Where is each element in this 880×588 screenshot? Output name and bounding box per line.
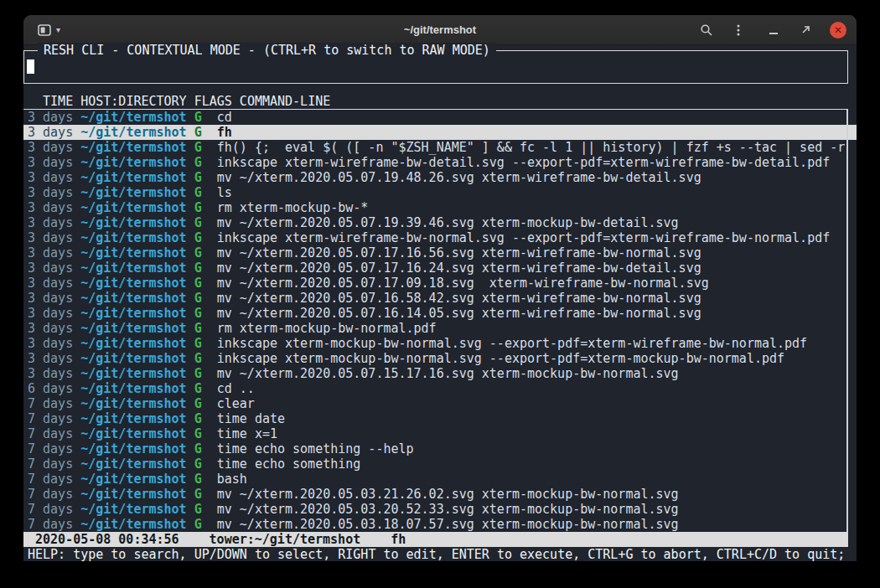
row-command: ls (217, 185, 857, 200)
titlebar[interactable]: ▾ ~/git/termshot (23, 15, 857, 45)
history-row[interactable]: 3 days ~/git/termshot G mv ~/xterm.2020.… (23, 245, 857, 260)
row-time: 3 days (28, 155, 80, 170)
row-command: mv ~/xterm.2020.05.03.18.07.57.svg xterm… (217, 517, 857, 532)
row-command: mv ~/xterm.2020.05.07.16.14.05.svg xterm… (217, 306, 857, 321)
row-directory: ~/git/termshot (80, 517, 194, 532)
row-directory: ~/git/termshot (80, 441, 194, 456)
history-row[interactable]: 6 days ~/git/termshot G cd .. (23, 381, 857, 396)
row-flag: G (194, 140, 217, 155)
history-row[interactable]: 3 days ~/git/termshot G mv ~/xterm.2020.… (23, 170, 857, 185)
restore-button[interactable] (798, 23, 813, 38)
history-row[interactable]: 3 days ~/git/termshot G cd (23, 110, 857, 125)
row-flag: G (194, 502, 217, 517)
row-directory: ~/git/termshot (80, 487, 194, 502)
row-directory: ~/git/termshot (80, 260, 194, 276)
row-command: mv ~/xterm.2020.05.07.19.48.26.svg xterm… (217, 170, 857, 185)
terminal-screen[interactable]: RESH CLI - CONTEXTUAL MODE - (CTRL+R to … (23, 45, 857, 561)
row-flag: G (194, 170, 217, 185)
history-row[interactable]: 3 days ~/git/termshot G fh() {; eval $( … (23, 140, 857, 155)
history-row[interactable]: 7 days ~/git/termshot G time echo someth… (23, 441, 857, 456)
scrollbar[interactable] (846, 110, 848, 533)
row-time: 3 days (28, 110, 80, 125)
row-time: 3 days (28, 276, 80, 291)
row-command: bash (217, 472, 857, 487)
history-row[interactable]: 3 days ~/git/termshot G mv ~/xterm.2020.… (23, 306, 857, 321)
history-row[interactable]: 3 days ~/git/termshot G mv ~/xterm.2020.… (23, 366, 857, 381)
row-directory: ~/git/termshot (80, 351, 194, 366)
row-directory: ~/git/termshot (80, 200, 194, 215)
row-time: 7 days (28, 456, 80, 472)
row-flag: G (194, 351, 217, 366)
row-directory: ~/git/termshot (80, 426, 194, 441)
row-command: clear (217, 396, 857, 411)
row-command: mv ~/xterm.2020.05.03.20.52.33.svg xterm… (217, 502, 857, 517)
row-directory: ~/git/termshot (80, 321, 194, 336)
status-command: fh (391, 532, 406, 547)
history-row[interactable]: 7 days ~/git/termshot G time x=1 (23, 426, 857, 441)
history-row[interactable]: 3 days ~/git/termshot G mv ~/xterm.2020.… (23, 276, 857, 291)
history-row[interactable]: 3 days ~/git/termshot G fh (23, 125, 857, 140)
row-flag: G (194, 441, 217, 456)
history-row[interactable]: 3 days ~/git/termshot G mv ~/xterm.2020.… (23, 291, 857, 306)
history-row[interactable]: 3 days ~/git/termshot G inkscape xterm-w… (23, 230, 857, 245)
row-flag: G (194, 517, 217, 532)
row-flag: G (194, 215, 217, 230)
row-directory: ~/git/termshot (80, 185, 194, 200)
mode-box-title: RESH CLI - CONTEXTUAL MODE - (CTRL+R to … (38, 43, 496, 58)
search-icon[interactable] (699, 23, 714, 38)
row-command: rm xterm-mockup-bw-* (217, 200, 857, 215)
row-command: mv ~/xterm.2020.05.07.17.16.24.svg xterm… (217, 260, 857, 276)
history-list: 3 days ~/git/termshot G cd 3 days ~/git/… (23, 110, 857, 532)
row-time: 3 days (28, 245, 80, 260)
history-row[interactable]: 7 days ~/git/termshot G clear (23, 396, 857, 411)
row-flag: G (194, 276, 217, 291)
history-row[interactable]: 3 days ~/git/termshot G mv ~/xterm.2020.… (23, 215, 857, 230)
history-row[interactable]: 7 days ~/git/termshot G time echo someth… (23, 456, 857, 472)
row-time: 3 days (28, 351, 80, 366)
status-bar: 2020-05-08 00:34:56 tower:~/git/termshot… (23, 532, 848, 547)
minimize-button[interactable] (766, 23, 781, 38)
history-row[interactable]: 7 days ~/git/termshot G bash (23, 472, 857, 487)
row-time: 3 days (28, 291, 80, 306)
row-time: 3 days (28, 260, 80, 276)
history-row[interactable]: 7 days ~/git/termshot G mv ~/xterm.2020.… (23, 517, 857, 532)
history-row[interactable]: 3 days ~/git/termshot G inkscape xterm-m… (23, 336, 857, 351)
row-directory: ~/git/termshot (80, 125, 194, 140)
row-time: 3 days (28, 170, 80, 185)
row-directory: ~/git/termshot (80, 110, 194, 125)
row-directory: ~/git/termshot (80, 291, 194, 306)
history-row[interactable]: 7 days ~/git/termshot G mv ~/xterm.2020.… (23, 502, 857, 517)
row-flag: G (194, 426, 217, 441)
history-row[interactable]: 7 days ~/git/termshot G time date (23, 411, 857, 426)
row-directory: ~/git/termshot (80, 276, 194, 291)
row-time: 7 days (28, 396, 80, 411)
tab-switcher-button[interactable]: ▾ (37, 23, 60, 38)
menu-kebab-icon[interactable] (731, 23, 746, 38)
history-row[interactable]: 7 days ~/git/termshot G mv ~/xterm.2020.… (23, 487, 857, 502)
history-row[interactable]: 3 days ~/git/termshot G rm xterm-mockup-… (23, 321, 857, 336)
history-row[interactable]: 3 days ~/git/termshot G mv ~/xterm.2020.… (23, 260, 857, 276)
row-command: time date (217, 411, 857, 426)
close-button[interactable]: ✕ (830, 22, 846, 39)
row-directory: ~/git/termshot (80, 140, 194, 155)
row-time: 3 days (28, 200, 80, 215)
status-host-directory: tower:~/git/termshot (210, 532, 361, 547)
history-row[interactable]: 3 days ~/git/termshot G inkscape xterm-m… (23, 351, 857, 366)
row-command: mv ~/xterm.2020.05.07.17.09.18.svg xterm… (217, 276, 857, 291)
row-time: 3 days (28, 366, 80, 381)
history-row[interactable]: 3 days ~/git/termshot G rm xterm-mockup-… (23, 200, 857, 215)
row-command: fh (217, 125, 857, 140)
row-command: time echo something (217, 456, 857, 472)
row-directory: ~/git/termshot (80, 396, 194, 411)
row-command: cd .. (217, 381, 857, 396)
row-flag: G (194, 487, 217, 502)
terminal-window: ▾ ~/git/termshot (23, 15, 857, 561)
chevron-down-icon: ▾ (56, 25, 60, 34)
history-row[interactable]: 3 days ~/git/termshot G inkscape xterm-w… (23, 155, 857, 170)
row-flag: G (194, 125, 217, 140)
row-flag: G (194, 321, 217, 336)
history-row[interactable]: 3 days ~/git/termshot G ls (23, 185, 857, 200)
row-flag: G (194, 472, 217, 487)
row-directory: ~/git/termshot (80, 366, 194, 381)
row-command: mv ~/xterm.2020.05.07.15.17.16.svg xterm… (217, 366, 857, 381)
